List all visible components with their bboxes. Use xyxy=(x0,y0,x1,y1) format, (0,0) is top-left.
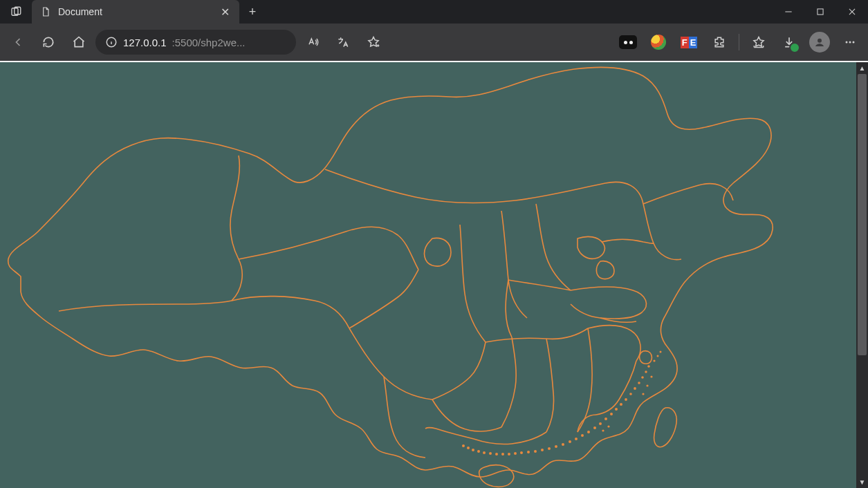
webgl-canvas[interactable] xyxy=(0,62,856,488)
svg-point-18 xyxy=(647,365,650,368)
svg-point-30 xyxy=(593,426,596,429)
svg-point-56 xyxy=(646,384,648,386)
svg-point-53 xyxy=(657,355,659,357)
address-path: :5500/shp2we... xyxy=(172,37,246,48)
new-tab-button[interactable]: + xyxy=(239,0,266,24)
svg-point-47 xyxy=(483,451,486,454)
home-button[interactable] xyxy=(65,28,93,56)
svg-point-48 xyxy=(477,450,480,453)
tab-close-button[interactable]: ✕ xyxy=(219,6,231,19)
border-hubei-north xyxy=(486,328,588,342)
svg-point-51 xyxy=(462,444,465,447)
extensions-button[interactable] xyxy=(705,28,733,56)
svg-point-32 xyxy=(581,434,584,437)
svg-point-43 xyxy=(508,453,510,456)
svg-point-49 xyxy=(472,449,474,451)
titlebar-drag-area xyxy=(266,0,773,24)
window-minimize-button[interactable] xyxy=(773,0,804,24)
svg-point-33 xyxy=(575,438,578,440)
ext-colorful[interactable] xyxy=(645,28,672,56)
ext-dark-reader[interactable] xyxy=(614,28,642,56)
address-bar[interactable]: 127.0.0.1:5500/shp2we... xyxy=(95,30,296,55)
tab-actions-button[interactable] xyxy=(0,0,32,24)
toolbar: 127.0.0.1:5500/shp2we... FE xyxy=(0,24,868,61)
border-henan xyxy=(506,280,571,337)
read-aloud-button[interactable] xyxy=(299,28,326,56)
profile-button[interactable] xyxy=(806,28,833,56)
scrollbar-thumb[interactable] xyxy=(858,74,867,355)
svg-rect-3 xyxy=(818,9,823,15)
svg-point-31 xyxy=(587,431,590,433)
scrollbar-down-button[interactable]: ▼ xyxy=(856,476,868,488)
border-shanghai xyxy=(640,351,652,364)
border-gansu-corridor xyxy=(239,227,418,270)
downloads-button[interactable] xyxy=(775,28,803,56)
scrollbar-up-button[interactable]: ▲ xyxy=(856,62,868,74)
more-button[interactable] xyxy=(836,28,864,56)
border-inner-mongolia-south xyxy=(325,169,643,204)
window-close-button[interactable] xyxy=(836,0,868,24)
svg-point-46 xyxy=(489,452,492,455)
address-host: 127.0.0.1 xyxy=(123,37,167,48)
svg-point-25 xyxy=(620,403,622,406)
toolbar-right-group: FE xyxy=(614,28,864,56)
toolbar-separator xyxy=(739,34,739,50)
svg-point-16 xyxy=(849,41,851,44)
border-hebei-west xyxy=(536,204,571,290)
svg-point-38 xyxy=(541,449,544,451)
svg-point-55 xyxy=(650,375,652,377)
svg-point-15 xyxy=(846,41,848,44)
svg-point-28 xyxy=(604,417,607,420)
favorites-button[interactable] xyxy=(745,28,773,56)
border-qinghai-north xyxy=(232,297,349,328)
svg-point-21 xyxy=(638,382,640,384)
refresh-button[interactable] xyxy=(35,28,62,56)
svg-point-40 xyxy=(527,451,530,453)
svg-point-41 xyxy=(520,451,523,454)
border-hunan-west xyxy=(501,337,516,427)
border-shandong xyxy=(571,287,646,319)
back-button[interactable] xyxy=(4,28,32,56)
svg-point-17 xyxy=(853,41,855,44)
svg-point-27 xyxy=(610,413,613,415)
border-liaoning-hebei xyxy=(602,239,654,243)
svg-point-58 xyxy=(607,425,609,427)
border-gansu-south xyxy=(349,270,418,328)
border-sichuan xyxy=(349,328,432,400)
border-guizhou xyxy=(432,400,501,431)
border-jilin-liaoning xyxy=(643,204,681,260)
svg-point-36 xyxy=(555,445,557,448)
border-anhui-jiangsu xyxy=(588,326,640,361)
island-hainan xyxy=(479,465,514,487)
dark-reader-icon xyxy=(619,35,637,49)
active-tab[interactable]: Document ✕ xyxy=(32,0,239,24)
svg-point-42 xyxy=(514,452,517,455)
border-zhejiang xyxy=(596,361,636,415)
translate-button[interactable] xyxy=(329,28,357,56)
window-maximize-button[interactable] xyxy=(804,0,836,24)
svg-point-24 xyxy=(625,398,627,401)
border-beijing xyxy=(578,236,604,259)
svg-point-23 xyxy=(629,393,632,395)
vertical-scrollbar[interactable]: ▲ ▼ xyxy=(856,62,868,488)
svg-point-44 xyxy=(501,453,504,456)
tab-title: Document xyxy=(58,6,212,17)
svg-point-14 xyxy=(818,39,822,43)
svg-point-54 xyxy=(660,351,662,353)
titlebar: Document ✕ + xyxy=(0,0,868,24)
border-guangdong-north xyxy=(474,432,546,444)
border-tianjin xyxy=(596,261,614,279)
svg-point-19 xyxy=(645,370,647,373)
svg-point-57 xyxy=(642,393,644,395)
border-heilongjiang-jilin xyxy=(643,184,733,204)
site-info-icon xyxy=(105,36,118,48)
border-xinjiang-east xyxy=(230,156,242,301)
scrollbar-track[interactable] xyxy=(856,74,868,476)
border-tibet-north xyxy=(59,301,232,311)
border-shaanxi-east xyxy=(460,225,486,342)
favorite-button[interactable] xyxy=(360,28,387,56)
border-hunan-jiangxi xyxy=(546,339,554,432)
ext-fe-helper[interactable]: FE xyxy=(675,28,703,56)
border-jiangxi-east xyxy=(578,328,592,432)
svg-point-26 xyxy=(615,408,618,411)
